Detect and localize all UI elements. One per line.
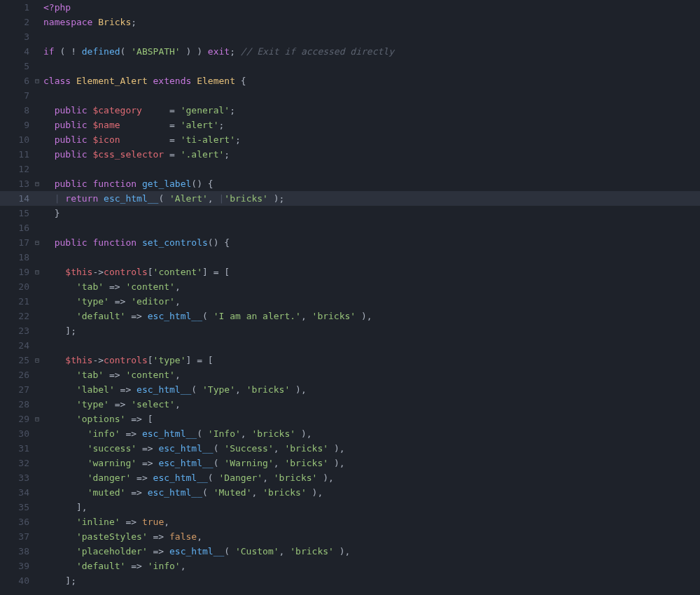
- line-number[interactable]: 22: [0, 309, 34, 323]
- code-line[interactable]: 38 'placeholder' => esc_html__( 'Custom'…: [0, 544, 700, 559]
- line-number[interactable]: 11: [0, 147, 34, 162]
- code-content[interactable]: public function get_label() {: [41, 176, 700, 191]
- code-content[interactable]: 'muted' => esc_html__( 'Muted', 'bricks'…: [41, 485, 700, 500]
- line-number[interactable]: 3: [0, 29, 34, 44]
- line-number[interactable]: 5: [0, 59, 34, 74]
- code-line[interactable]: 19⊟ $this->controls['content'] = [: [0, 265, 700, 279]
- line-number[interactable]: 2: [0, 15, 34, 29]
- code-line[interactable]: 9 public $name = 'alert';: [0, 118, 700, 132]
- code-line[interactable]: 1<?php: [0, 0, 700, 15]
- line-number[interactable]: 14: [0, 191, 34, 206]
- code-content[interactable]: [41, 29, 700, 44]
- code-content[interactable]: public $css_selector = '.alert';: [41, 147, 700, 162]
- line-number[interactable]: 4: [0, 44, 34, 59]
- line-number[interactable]: 17: [0, 235, 34, 250]
- line-number[interactable]: 38: [0, 544, 34, 559]
- line-number[interactable]: 16: [0, 220, 34, 235]
- code-line[interactable]: 16: [0, 220, 700, 235]
- line-number[interactable]: 35: [0, 500, 34, 514]
- line-number[interactable]: 19: [0, 265, 34, 279]
- code-line[interactable]: 27 'label' => esc_html__( 'Type', 'brick…: [0, 382, 700, 397]
- code-line[interactable]: 17⊟ public function set_controls() {: [0, 235, 700, 250]
- code-line[interactable]: 24: [0, 338, 700, 353]
- code-line[interactable]: 26 'tab' => 'content',: [0, 368, 700, 382]
- code-content[interactable]: namespace Bricks;: [41, 15, 700, 29]
- code-content[interactable]: 'info' => esc_html__( 'Info', 'bricks' )…: [41, 426, 700, 441]
- line-number[interactable]: 36: [0, 514, 34, 529]
- line-number[interactable]: 6: [0, 74, 34, 88]
- code-content[interactable]: 'success' => esc_html__( 'Success', 'bri…: [41, 441, 700, 456]
- line-number[interactable]: 9: [0, 118, 34, 132]
- code-line[interactable]: 2namespace Bricks;: [0, 15, 700, 29]
- line-number[interactable]: 13: [0, 176, 34, 191]
- code-line[interactable]: 39 'default' => 'info',: [0, 559, 700, 573]
- code-content[interactable]: [41, 220, 700, 235]
- code-content[interactable]: public $icon = 'ti-alert';: [41, 132, 700, 147]
- code-line[interactable]: 4if ( ! defined( 'ABSPATH' ) ) exit; // …: [0, 44, 700, 59]
- line-number[interactable]: 39: [0, 559, 34, 573]
- code-content[interactable]: 'placeholder' => esc_html__( 'Custom', '…: [41, 544, 700, 559]
- code-line[interactable]: 22 'default' => esc_html__( 'I am an ale…: [0, 309, 700, 323]
- code-line[interactable]: 11 public $css_selector = '.alert';: [0, 147, 700, 162]
- code-line[interactable]: 36 'inline' => true,: [0, 514, 700, 529]
- fold-icon[interactable]: ⊟: [34, 265, 41, 279]
- code-content[interactable]: 'default' => esc_html__( 'I am an alert.…: [41, 309, 700, 323]
- code-line[interactable]: 40 ];: [0, 573, 700, 588]
- fold-icon[interactable]: ⊟: [34, 176, 41, 191]
- line-number[interactable]: 24: [0, 338, 34, 353]
- code-line[interactable]: 25⊟ $this->controls['type'] = [: [0, 353, 700, 368]
- line-number[interactable]: 23: [0, 323, 34, 338]
- line-number[interactable]: 28: [0, 397, 34, 412]
- code-line[interactable]: 32 'warning' => esc_html__( 'Warning', '…: [0, 456, 700, 470]
- code-line[interactable]: 29⊟ 'options' => [: [0, 412, 700, 426]
- code-content[interactable]: ],: [41, 500, 700, 514]
- code-line[interactable]: 12: [0, 162, 700, 176]
- line-number[interactable]: 29: [0, 412, 34, 426]
- code-content[interactable]: 'label' => esc_html__( 'Type', 'bricks' …: [41, 382, 700, 397]
- code-editor[interactable]: 1<?php2namespace Bricks;34if ( ! defined…: [0, 0, 700, 595]
- line-number[interactable]: 25: [0, 353, 34, 368]
- line-number[interactable]: 26: [0, 368, 34, 382]
- code-content[interactable]: }: [41, 206, 700, 220]
- code-content[interactable]: [41, 250, 700, 265]
- code-line[interactable]: 18: [0, 250, 700, 265]
- line-number[interactable]: 20: [0, 279, 34, 294]
- code-line[interactable]: 31 'success' => esc_html__( 'Success', '…: [0, 441, 700, 456]
- fold-icon[interactable]: ⊟: [34, 235, 41, 250]
- line-number[interactable]: 27: [0, 382, 34, 397]
- line-number[interactable]: 33: [0, 470, 34, 485]
- code-content[interactable]: ];: [41, 573, 700, 588]
- code-content[interactable]: [41, 59, 700, 74]
- code-line[interactable]: 6⊟class Element_Alert extends Element {: [0, 74, 700, 88]
- code-content[interactable]: public $category = 'general';: [41, 103, 700, 118]
- code-content[interactable]: 'inline' => true,: [41, 514, 700, 529]
- code-content[interactable]: [41, 162, 700, 176]
- code-line[interactable]: 3: [0, 29, 700, 44]
- code-line[interactable]: 33 'danger' => esc_html__( 'Danger', 'br…: [0, 470, 700, 485]
- line-number[interactable]: 21: [0, 294, 34, 309]
- code-line[interactable]: 23 ];: [0, 323, 700, 338]
- code-content[interactable]: 'pasteStyles' => false,: [41, 529, 700, 544]
- code-content[interactable]: public function set_controls() {: [41, 235, 700, 250]
- line-number[interactable]: 12: [0, 162, 34, 176]
- code-content[interactable]: | return esc_html__( 'Alert', |'bricks' …: [41, 191, 700, 206]
- code-line[interactable]: 10 public $icon = 'ti-alert';: [0, 132, 700, 147]
- code-line[interactable]: 8 public $category = 'general';: [0, 103, 700, 118]
- line-number[interactable]: 18: [0, 250, 34, 265]
- code-line[interactable]: 5: [0, 59, 700, 74]
- line-number[interactable]: 15: [0, 206, 34, 220]
- code-content[interactable]: 'options' => [: [41, 412, 700, 426]
- code-content[interactable]: <?php: [41, 0, 700, 15]
- code-line[interactable]: 20 'tab' => 'content',: [0, 279, 700, 294]
- code-content[interactable]: ];: [41, 323, 700, 338]
- line-number[interactable]: 1: [0, 0, 34, 15]
- code-content[interactable]: 'default' => 'info',: [41, 559, 700, 573]
- code-content[interactable]: public $name = 'alert';: [41, 118, 700, 132]
- code-content[interactable]: $this->controls['content'] = [: [41, 265, 700, 279]
- code-line[interactable]: 14 | return esc_html__( 'Alert', |'brick…: [0, 191, 700, 206]
- code-content[interactable]: 'danger' => esc_html__( 'Danger', 'brick…: [41, 470, 700, 485]
- code-line[interactable]: 13⊟ public function get_label() {: [0, 176, 700, 191]
- fold-icon[interactable]: ⊟: [34, 74, 41, 88]
- code-line[interactable]: 34 'muted' => esc_html__( 'Muted', 'bric…: [0, 485, 700, 500]
- code-content[interactable]: $this->controls['type'] = [: [41, 353, 700, 368]
